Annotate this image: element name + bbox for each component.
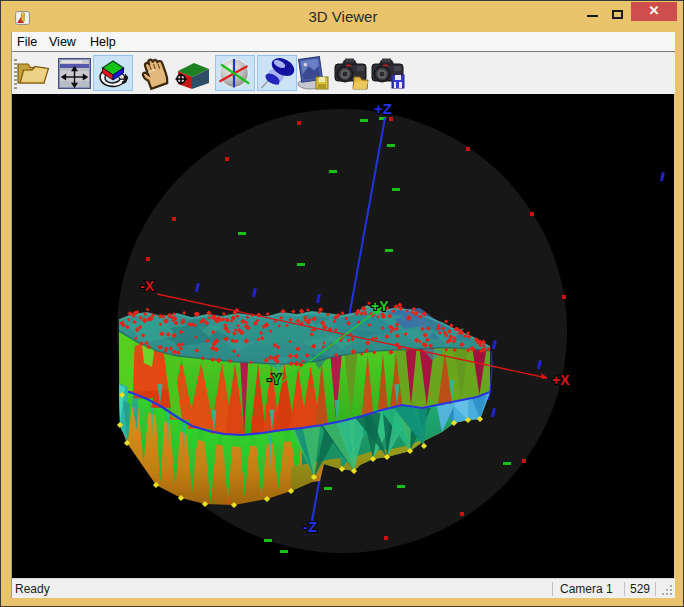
svg-text:-Y: -Y: [267, 371, 282, 387]
svg-text:+Z: +Z: [374, 100, 392, 117]
svg-text:-X: -X: [140, 278, 155, 294]
svg-text:+Y: +Y: [371, 298, 389, 314]
svg-text:+X: +X: [552, 372, 570, 388]
svg-text:-Z: -Z: [303, 518, 317, 535]
